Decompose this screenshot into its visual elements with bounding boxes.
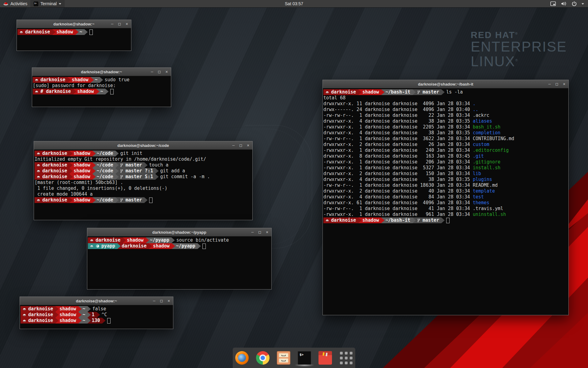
ls-entry-fields: -rwxrwxr-x. 1 darknoise darknoise 961 Ja… [323, 212, 473, 217]
window-titlebar[interactable]: darknoise@shadow:~/code–□✕ [34, 141, 252, 150]
minimize-button[interactable]: – [232, 141, 235, 149]
close-button[interactable]: ✕ [168, 297, 170, 305]
window-titlebar[interactable]: darknoise@shadow:~–□✕ [32, 68, 171, 76]
terminal-body[interactable]: darknoiseshadow~/bash-itmasterls -latota… [323, 88, 568, 316]
terminal-line: darknoiseshadow~/codemaster [35, 197, 252, 203]
dock-item-files[interactable] [276, 349, 291, 367]
dock-item-app-grid[interactable] [339, 349, 353, 367]
power-icon [571, 1, 577, 6]
prompt-segment-user: darknoise [21, 312, 58, 318]
terminal-cursor [107, 318, 111, 324]
redhat-icon [325, 90, 329, 94]
prompt-segment-host: shadow [55, 306, 81, 312]
file-name: aliases [473, 118, 492, 124]
window-titlebar[interactable]: darknoise@shadow:~/bash-it–□✕ [323, 80, 568, 88]
redhat-icon [22, 307, 26, 311]
command-text: git init [120, 151, 142, 156]
file-name: custom [473, 142, 489, 148]
toolbox-icon [318, 351, 332, 365]
svg-text:$>: $> [34, 2, 37, 4]
prompt-segment-host: shadow [52, 29, 78, 35]
dock-item-firefox[interactable] [235, 349, 249, 367]
command-text: sudo true [105, 77, 130, 83]
file-name: uninstall.sh [473, 212, 506, 217]
prompt-segment-path: ~/code [92, 162, 119, 168]
ls-entry-fields: drwxrwxr-x. 61 darknoise darknoise 4096 … [323, 200, 473, 206]
terminal-body[interactable]: darknoiseshadow~falsedarknoiseshadow~1^C… [20, 305, 173, 330]
branch-icon [120, 163, 124, 167]
file-name: .editorconfig [473, 148, 509, 153]
close-button[interactable]: ✕ [266, 228, 268, 236]
terminal-line: -rwxrwxr-x. 1 darknoise darknoise 5327 J… [323, 165, 568, 171]
prompt-segment-text: shadow [72, 77, 88, 83]
maximize-button[interactable]: □ [160, 297, 163, 305]
clock[interactable]: Sat 03:57 [282, 0, 306, 7]
terminal-line: 1 file changed, 0 insertions(+), 0 delet… [35, 186, 252, 191]
terminal-cursor [110, 89, 114, 94]
terminal-icon [298, 351, 311, 365]
activities-label: Activities [10, 1, 27, 6]
prompt-segment-text: # darknoise [40, 89, 71, 94]
terminal-line: darknoiseshadow~/bash-itmaster [323, 217, 568, 223]
maximize-button[interactable]: □ [556, 80, 558, 88]
dock-item-terminal[interactable] [297, 349, 312, 367]
window-titlebar[interactable]: darknoise@shadow:~–□✕ [20, 297, 173, 305]
prompt-segment-text: shadow [362, 89, 379, 95]
ls-entry-fields: drwxrwxr-x. 4 darknoise darknoise 38 Jan… [323, 177, 473, 182]
close-button[interactable]: ✕ [165, 68, 168, 76]
minimize-button[interactable]: – [548, 80, 551, 88]
close-button[interactable]: ✕ [247, 141, 249, 149]
terminal-line: -rwxrwxr-x. 1 darknoise darknoise 206 Ja… [323, 159, 568, 165]
minimize-button[interactable]: – [251, 228, 254, 236]
maximize-button[interactable]: □ [239, 141, 242, 149]
prompt-segment-text: darknoise [28, 318, 53, 324]
activities-button[interactable]: Activities [0, 0, 30, 7]
terminal-body[interactable]: darknoiseshadow~sudo true[sudo] password… [32, 76, 171, 108]
prompt-segment-user: darknoise [21, 306, 58, 312]
maximize-button[interactable]: □ [258, 228, 261, 236]
ls-entry-fields: -rwxrwxr-x. 1 darknoise darknoise 206 Ja… [323, 159, 473, 165]
terminal-window: darknoise@shadow:~–□✕darknoiseshadow~sud… [32, 67, 171, 107]
prompt-segment-text: 1 [92, 312, 95, 318]
minimize-button[interactable]: – [111, 20, 114, 28]
prompt-segment-text: master S:1 [126, 174, 153, 180]
prompt-segment-text: darknoise [42, 174, 67, 180]
terminal-line: darknoiseshadow~/pyappsource bin/activat… [88, 237, 271, 243]
prompt-segment-host: shadow [55, 312, 81, 318]
terminal-line: -rw-rw-r--. 1 darknoise darknoise 41 Jan… [323, 206, 568, 212]
ls-entry-fields: -rw-rw-r--. 1 darknoise darknoise 18630 … [323, 182, 473, 188]
terminal-line: darknoiseshadow~false [21, 306, 172, 312]
maximize-button[interactable]: □ [158, 68, 160, 76]
terminal-line: pyappdarknoiseshadow~/pyapp [88, 243, 271, 249]
close-button[interactable]: ✕ [126, 20, 128, 28]
maximize-button[interactable]: □ [118, 20, 121, 28]
window-titlebar[interactable]: darknoise@shadow:~/pyapp–□✕ [87, 228, 271, 236]
terminal-line: # darknoiseshadow~ [33, 89, 170, 94]
redhat-icon [36, 175, 40, 179]
close-button[interactable]: ✕ [563, 80, 565, 88]
app-menu-terminal[interactable]: $> Terminal [30, 0, 65, 7]
terminal-line: [master (root-commit) 50bcb63] . [35, 180, 252, 186]
window-titlebar[interactable]: darknoise@shadow:~–□✕ [17, 20, 131, 28]
prompt-segment-text: darknoise [42, 162, 67, 168]
prompt-segment-host: shadow [358, 217, 384, 223]
system-status-area[interactable] [546, 0, 588, 7]
redhat-icon [36, 169, 40, 173]
terminal-body[interactable]: darknoiseshadow~/pyappsource bin/activat… [87, 236, 271, 291]
dock-item-toolbox[interactable] [318, 349, 333, 367]
minimize-button[interactable]: – [151, 68, 153, 76]
minimize-button[interactable]: – [153, 297, 156, 305]
prompt-segment-path: ~/pyapp [145, 237, 175, 243]
ls-entry-fields: -rw-rw-r--. 1 darknoise darknoise 41 Jan… [323, 206, 473, 212]
terminal-line: darknoiseshadow~130 [21, 318, 172, 324]
terminal-line: create mode 100644 a [35, 191, 252, 197]
terminal-body[interactable]: darknoiseshadow~ [17, 28, 131, 52]
dock-item-chrome[interactable] [255, 349, 270, 367]
prompt-segment-path: ~/bash-it [381, 89, 416, 95]
file-name: install.sh [473, 165, 500, 171]
prompt-segment-host: shadow [69, 151, 96, 156]
terminal-body[interactable]: darknoiseshadow~/codegit initInitialized… [34, 150, 252, 221]
prompt-segment-text: darknoise [122, 243, 146, 249]
registered-mark: ® [515, 32, 518, 35]
prompt-segment-user: darknoise [35, 168, 73, 174]
